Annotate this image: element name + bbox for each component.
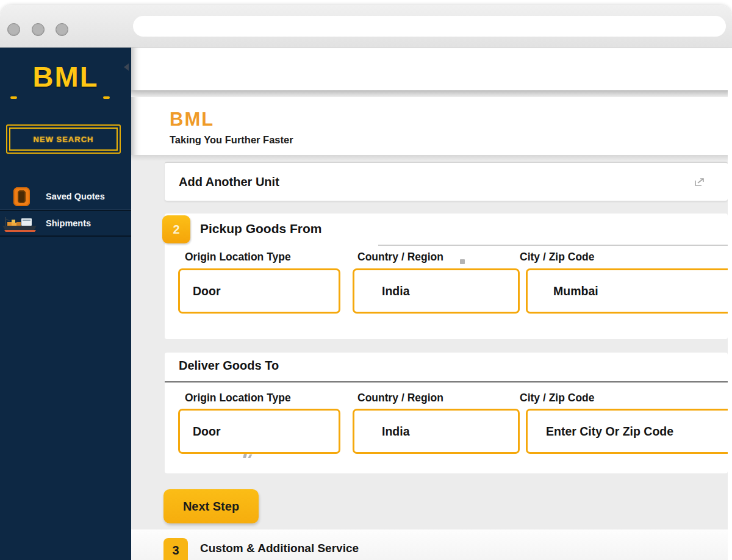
ship-icon xyxy=(1,215,38,236)
pickup-origin-type-label: Origin Location Type xyxy=(185,251,291,264)
sidebar-item-shipments[interactable]: Shipments xyxy=(0,210,131,237)
custom-service-section: 3 Custom & Additional Service xyxy=(131,529,732,560)
sidebar-item-label: Saved Quotes xyxy=(46,192,105,201)
url-bar[interactable] xyxy=(133,16,726,37)
deliver-origin-type-label: Origin Location Type xyxy=(185,392,291,404)
logo-dash-right xyxy=(103,96,110,99)
window-right-edge xyxy=(728,48,732,560)
pickup-country-field[interactable]: India xyxy=(353,268,520,314)
pickup-origin-type-field[interactable]: Door xyxy=(178,268,340,314)
pickup-section-title: Pickup Goods From xyxy=(200,221,322,236)
expand-icon[interactable] xyxy=(694,178,705,189)
window-minimize-button[interactable] xyxy=(32,23,45,36)
saved-quotes-icon xyxy=(13,187,30,206)
main-content: BML Taking You Further Faster Add Anothe… xyxy=(131,48,732,560)
logo-dash-left xyxy=(10,96,17,99)
browser-window: BML NEW SEARCH Saved Quotes xyxy=(0,5,732,560)
deliver-city-label: City / Zip Code xyxy=(520,392,595,404)
deliver-country-label: Country / Region xyxy=(357,392,443,404)
pickup-city-field[interactable]: Mumbai xyxy=(526,268,728,314)
next-step-button[interactable]: Next Step xyxy=(163,489,259,523)
add-another-unit-card[interactable]: Add Another Unit xyxy=(165,162,728,201)
sidebar-menu: Saved Quotes xyxy=(0,183,131,237)
section-divider xyxy=(378,245,728,246)
sidebar: BML NEW SEARCH Saved Quotes xyxy=(0,48,131,560)
new-search-button[interactable]: NEW SEARCH xyxy=(6,124,121,154)
header-divider-band xyxy=(131,90,732,97)
bml-logo: BML xyxy=(0,60,131,93)
window-close-button[interactable] xyxy=(7,23,20,36)
deliver-country-field[interactable]: India xyxy=(353,409,520,454)
custom-section-title: Custom & Additional Service xyxy=(200,542,359,555)
pickup-city-label: City / Zip Code xyxy=(520,251,595,264)
deliver-origin-type-field[interactable]: Door xyxy=(178,409,340,454)
section-divider xyxy=(165,381,728,382)
add-another-unit-label: Add Another Unit xyxy=(179,163,279,201)
pickup-goods-section: 2 Pickup Goods From Origin Location Type… xyxy=(165,214,728,339)
deliver-section-title: Deliver Goods To xyxy=(179,359,279,373)
pickup-step-badge: 2 xyxy=(162,215,190,243)
pickup-country-label: Country / Region xyxy=(357,251,443,264)
stray-mark xyxy=(460,259,465,264)
sidebar-item-saved-quotes[interactable]: Saved Quotes xyxy=(0,183,131,210)
deliver-city-field[interactable]: Enter City Or Zip Code xyxy=(526,409,728,454)
sidebar-item-label: Shipments xyxy=(46,218,91,228)
brand-tagline: Taking You Further Faster xyxy=(170,134,293,146)
content-divider-band xyxy=(131,155,732,161)
page-brand-title: BML xyxy=(170,109,214,131)
window-maximize-button[interactable] xyxy=(56,23,68,36)
new-search-label: NEW SEARCH xyxy=(34,135,94,144)
sidebar-collapse-arrow-icon[interactable] xyxy=(124,63,129,71)
custom-step-badge: 3 xyxy=(163,538,188,560)
window-titlebar xyxy=(0,5,732,48)
